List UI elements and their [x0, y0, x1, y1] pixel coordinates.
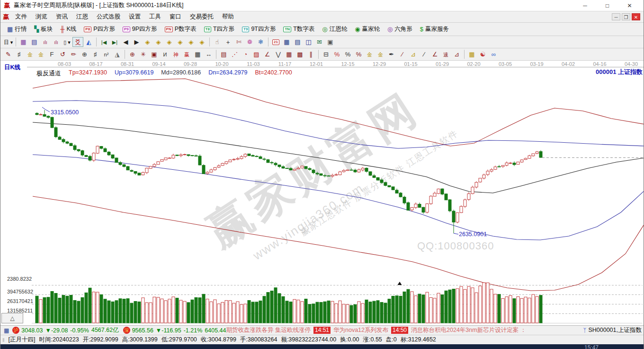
p-square-button[interactable]: P8P四方形	[80, 24, 119, 35]
f-grid-icon[interactable]: F	[46, 49, 57, 59]
prev-kline-icon[interactable]: ◀	[120, 37, 131, 47]
crosshair-icon[interactable]: ＋	[223, 37, 233, 47]
menu-设置[interactable]: 设置	[125, 11, 145, 22]
winner-service-button[interactable]: $赢家服务	[416, 24, 453, 35]
t-number-table-button[interactable]: TNT数字表	[279, 24, 318, 35]
kline-chart-area[interactable]: 08-0308-1708-3109-1409-2810-2011-0311-17…	[0, 61, 644, 325]
mdi-close-icon[interactable]: ✕	[632, 13, 640, 20]
ruler-grid-icon[interactable]: ▦	[192, 49, 203, 59]
gann-diamond-right-icon[interactable]: ◈	[153, 37, 164, 47]
calendar-icon[interactable]: 21	[270, 37, 281, 47]
hexagon-button[interactable]: ◎六角形	[384, 24, 416, 35]
menu-江恩[interactable]: 江恩	[72, 11, 92, 22]
menu-帮助[interactable]: 帮助	[218, 11, 238, 22]
slash-lines-icon[interactable]: ∥	[305, 49, 316, 59]
t-square-button[interactable]: T8T四方形	[200, 24, 238, 35]
menu-交易委托[interactable]: 交易委托	[186, 11, 218, 22]
gold-grid-1-icon[interactable]: 金	[25, 49, 36, 59]
brain-pink-icon[interactable]: ❁	[244, 37, 255, 47]
v-line-icon[interactable]: ⋁	[273, 49, 284, 59]
menu-窗口[interactable]: 窗口	[165, 11, 186, 22]
maximize-icon[interactable]: □	[596, 0, 618, 11]
gann-diamond-v-icon[interactable]: ◈	[186, 37, 197, 47]
gann-diamond-cross-icon[interactable]: ◈	[175, 37, 186, 47]
gann-wheel-button[interactable]: ◎江恩轮	[318, 24, 351, 35]
last-kline-icon[interactable]: ▶|	[109, 37, 120, 47]
quote-table-icon[interactable]: ▦	[4, 327, 9, 334]
net-chart-icon[interactable]: ▦	[18, 37, 29, 47]
save-icon[interactable]: ◫	[303, 37, 314, 47]
9p-square-button[interactable]: P99P四方形	[119, 24, 161, 35]
cut-icon[interactable]: ✄	[233, 37, 244, 47]
menu-文件[interactable]: 文件	[11, 11, 31, 22]
ink-pen-icon[interactable]: ✒	[386, 49, 397, 59]
spiral-icon[interactable]: ↺	[57, 49, 68, 59]
candle-style-dropdown[interactable]: ▯ ▾	[62, 37, 72, 47]
percent-red-icon[interactable]: %	[331, 49, 342, 59]
grip-handle[interactable]: ‖	[2, 337, 4, 343]
f-angle-icon[interactable]: ∠	[429, 49, 440, 59]
hash-grid-icon[interactable]: ♯	[90, 49, 101, 59]
bars-3-icon[interactable]: ılı	[40, 37, 51, 47]
gold-circle-icon[interactable]: 金	[364, 49, 375, 59]
brain-blue-icon[interactable]: ❃	[255, 37, 266, 47]
angle-shape-icon[interactable]: ◮	[112, 49, 123, 59]
fill-grid-icon[interactable]: ▩	[295, 49, 305, 59]
gann-circle-icon[interactable]: ⊕	[127, 49, 138, 59]
close-icon[interactable]: ✕	[618, 0, 641, 11]
infinity-icon[interactable]: ∞	[488, 49, 499, 59]
menu-公式选股[interactable]: 公式选股	[92, 11, 125, 22]
expand-pane-button[interactable]: △	[1, 313, 23, 323]
star-burst-icon[interactable]: ✳	[138, 49, 149, 59]
speed-line-icon[interactable]: ∕	[397, 49, 408, 59]
ying-tool-icon[interactable]: 赢	[181, 49, 192, 59]
gann-diamond-left-icon[interactable]: ◈	[142, 37, 153, 47]
sectors-button[interactable]: ▚板块	[30, 24, 56, 35]
percent-line-icon[interactable]: %	[353, 49, 364, 59]
mdi-restore-icon[interactable]: ❐	[622, 13, 630, 20]
minimize-icon[interactable]: ─	[574, 0, 596, 11]
circle-cross-icon[interactable]: ⊕	[79, 49, 90, 59]
quotes-button[interactable]: ▦行情	[3, 24, 30, 35]
kline-chart[interactable]: 3315.05002635.0901	[0, 61, 644, 325]
percent-icon[interactable]: %	[342, 49, 353, 59]
speed-resist-icon[interactable]: 速	[440, 49, 451, 59]
brush-icon[interactable]: ✏	[68, 49, 79, 59]
kline-button[interactable]: ╫K线	[56, 24, 80, 35]
wave-mark-icon[interactable]: И	[160, 49, 170, 59]
hand-tool-icon[interactable]: ☝	[212, 37, 223, 47]
gann-diamond-h-icon[interactable]: ◈	[164, 37, 175, 47]
news-ticker[interactable]: 期货收盘涨跌各异 集运欧线涨停14:51华为nova12系列发布14:50消息称…	[226, 326, 579, 334]
export-icon[interactable]: ✉	[314, 37, 325, 47]
first-kline-icon[interactable]: |◀	[98, 37, 109, 47]
gold-grid-2-icon[interactable]: 金	[36, 49, 46, 59]
menu-资讯[interactable]: 资讯	[52, 11, 72, 22]
p-number-table-button[interactable]: PNP数字表	[161, 24, 200, 35]
channel-tool-icon[interactable]: 爻	[72, 37, 83, 47]
shen-tool-icon[interactable]: 神	[170, 49, 181, 59]
gold-angle-icon[interactable]: ⊿	[408, 49, 419, 59]
menu-浏览[interactable]: 浏览	[31, 11, 52, 22]
notes-icon[interactable]: ▤	[292, 37, 303, 47]
menu-工具[interactable]: 工具	[145, 11, 165, 22]
list-view-icon[interactable]: ▤	[29, 37, 40, 47]
fan-lines-icon[interactable]: ⋰	[229, 49, 240, 59]
period-day-dropdown[interactable]: 日 ▾	[3, 37, 14, 47]
minus-box-icon[interactable]: ⊟	[321, 49, 331, 59]
j-angle-icon[interactable]: ∕	[419, 49, 429, 59]
color-chart-icon[interactable]: ◭	[83, 37, 94, 47]
gann-diamond-all-icon[interactable]: ◈	[197, 37, 207, 47]
9t-square-button[interactable]: T99T四方形	[238, 24, 279, 35]
calculator-icon[interactable]: ▦	[281, 37, 292, 47]
gold-line-icon[interactable]: 金	[375, 49, 386, 59]
taiji-icon[interactable]: ☯	[477, 49, 488, 59]
grid-gold-icon[interactable]: ▦	[466, 49, 477, 59]
seat-tool-icon[interactable]: ⊿	[451, 49, 462, 59]
square-target-icon[interactable]: ▣	[149, 49, 160, 59]
n-square-icon[interactable]: n²	[101, 49, 112, 59]
arc-tool-icon[interactable]: ◔	[240, 49, 251, 59]
winner-wheel-button[interactable]: ◉赢家轮	[351, 24, 384, 35]
shade-square-icon[interactable]: ▨	[251, 49, 262, 59]
dense-grid-icon[interactable]: ▦	[284, 49, 295, 59]
next-kline-icon[interactable]: ▶	[131, 37, 142, 47]
